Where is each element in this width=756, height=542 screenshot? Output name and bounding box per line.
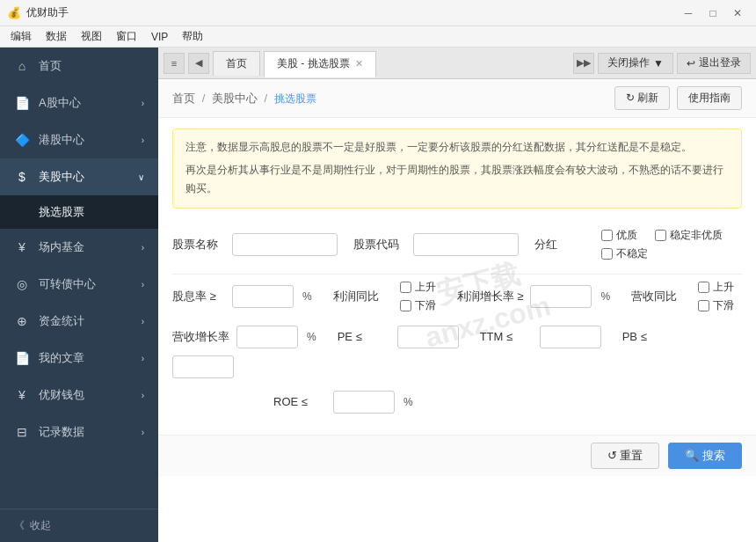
tab-next-button[interactable]: ▶▶	[573, 53, 594, 74]
guide-button[interactable]: 使用指南	[677, 86, 742, 110]
sidebar-item-hk-stock[interactable]: 🔷 港股中心 ›	[0, 121, 158, 158]
quality-label: 优质	[616, 228, 637, 243]
pe-label: PE ≤	[338, 330, 390, 343]
sidebar-collapse-button[interactable]: 《 收起	[0, 509, 158, 542]
us-stock-arrow-icon: ∨	[138, 172, 144, 182]
ttm-label: TTM ≤	[480, 330, 533, 343]
fund-icon: ¥	[14, 240, 30, 254]
revenue-ratio-up-checkbox[interactable]	[698, 282, 709, 293]
dividend-label: 分红	[534, 237, 587, 253]
hk-stock-icon: 🔷	[14, 133, 30, 147]
maximize-button[interactable]: □	[701, 4, 724, 22]
breadcrumb-actions: ↻ 刷新 使用指南	[614, 86, 742, 110]
revenue-ratio-down-row: 下滑	[698, 298, 734, 313]
menu-bar: 编辑 数据 视图 窗口 VIP 帮助	[0, 26, 756, 48]
tab-logout-button[interactable]: ↩ 退出登录	[677, 53, 751, 74]
collapse-icon: 《	[14, 518, 25, 533]
tab-close-icon[interactable]: ✕	[355, 58, 363, 70]
profit-ratio-down-checkbox[interactable]	[400, 300, 411, 311]
sidebar-collapse-label: 收起	[30, 518, 51, 533]
home-icon: ⌂	[14, 59, 30, 73]
a-stock-arrow-icon: ›	[142, 99, 144, 108]
tab-close-action-button[interactable]: 关闭操作 ▼	[598, 53, 673, 74]
content-area: 安下载anxz.com 首页 / 美股中心 / 挑选股票 ↻ 刷新 使用指南	[158, 79, 756, 542]
tab-active-stock-pick[interactable]: 美股 - 挑选股票 ✕	[264, 51, 376, 77]
sidebar-item-us-stock[interactable]: $ 美股中心 ∨	[0, 158, 158, 195]
sidebar-subitem-stock-pick[interactable]: 挑选股票	[0, 195, 158, 229]
tab-logout-icon: ↩	[687, 57, 695, 70]
sidebar-item-bond[interactable]: ◎ 可转债中心 ›	[0, 266, 158, 303]
pb-input[interactable]	[172, 355, 234, 378]
quality-checkbox[interactable]	[601, 230, 613, 241]
sidebar-item-finance[interactable]: ⊕ 资金统计 ›	[0, 303, 158, 340]
quality-check-row: 优质 稳定非优质	[601, 228, 723, 243]
breadcrumb-sep1: /	[202, 92, 206, 105]
breadcrumb-home-link[interactable]: 首页	[172, 92, 195, 105]
roe-input[interactable]	[333, 391, 395, 414]
sidebar-item-fund[interactable]: ¥ 场内基金 ›	[0, 229, 158, 266]
filter-section: 股票名称 股票代码 分红 优质 稳定非优质	[158, 219, 756, 435]
stock-code-label: 股票代码	[353, 237, 406, 253]
tab-menu-button[interactable]: ≡	[164, 53, 185, 74]
stock-name-label: 股票名称	[172, 237, 225, 253]
sidebar-item-bond-label: 可转债中心	[39, 276, 96, 292]
stock-code-input[interactable]	[413, 233, 519, 256]
revenue-ratio-down-checkbox[interactable]	[698, 300, 709, 311]
fund-arrow-icon: ›	[142, 243, 144, 253]
window-controls: ─ □ ✕	[677, 4, 749, 22]
stock-name-input[interactable]	[232, 233, 338, 256]
profit-ratio-down-label: 下滑	[415, 298, 436, 313]
sidebar-item-finance-label: 资金统计	[39, 313, 84, 329]
reset-button[interactable]: ↺ 重置	[591, 443, 660, 469]
sidebar-item-wallet[interactable]: ¥ 优财钱包 ›	[0, 377, 158, 414]
tab-bar: ≡ ◀ 首页 美股 - 挑选股票 ✕ ▶▶ 关闭操作 ▼ ↩ 退出登录	[158, 48, 756, 79]
dividend-rate-input[interactable]	[232, 285, 294, 308]
pb-label: PB ≤	[622, 330, 675, 343]
menu-help[interactable]: 帮助	[175, 26, 210, 48]
sidebar-item-articles-label: 我的文章	[39, 350, 84, 366]
sidebar-item-hk-stock-label: 港股中心	[39, 132, 84, 148]
sidebar-item-a-stock[interactable]: 📄 A股中心 ›	[0, 84, 158, 121]
profit-ratio-up-checkbox[interactable]	[400, 282, 411, 293]
wallet-icon: ¥	[14, 388, 30, 402]
title-bar: 💰 优财助手 ─ □ ✕	[0, 0, 756, 26]
us-stock-icon: $	[14, 170, 30, 184]
menu-data[interactable]: 数据	[39, 26, 74, 48]
breadcrumb: 首页 / 美股中心 / 挑选股票	[172, 91, 316, 106]
quality-stable-checkbox[interactable]	[655, 230, 666, 241]
sidebar-item-records[interactable]: ⊟ 记录数据 ›	[0, 414, 158, 450]
refresh-button[interactable]: ↻ 刷新	[614, 86, 670, 110]
bottom-bar: ↺ 重置 🔍 搜索	[158, 435, 756, 476]
minimize-button[interactable]: ─	[677, 4, 700, 22]
filter-row-3: 营收增长率 % PE ≤ TTM ≤ PB ≤	[172, 326, 742, 378]
filter-row-2: 股息率 ≥ % 利润同比 上升 下滑 利润增长率	[172, 280, 742, 313]
sidebar-item-home[interactable]: ⌂ 首页	[0, 48, 158, 84]
sidebar-item-articles[interactable]: 📄 我的文章 ›	[0, 340, 158, 377]
menu-edit[interactable]: 编辑	[4, 26, 39, 48]
close-button[interactable]: ✕	[726, 4, 749, 22]
tab-home[interactable]: 首页	[213, 51, 260, 76]
menu-view[interactable]: 视图	[74, 26, 109, 48]
search-button[interactable]: 🔍 搜索	[668, 443, 742, 469]
menu-window[interactable]: 窗口	[109, 26, 144, 48]
articles-icon: 📄	[14, 351, 30, 365]
app-title: 优财助手	[26, 5, 677, 20]
bond-arrow-icon: ›	[142, 280, 144, 289]
ttm-input[interactable]	[540, 326, 601, 348]
profit-growth-input[interactable]	[530, 285, 592, 308]
sidebar-item-records-label: 记录数据	[39, 424, 84, 440]
sidebar-item-fund-label: 场内基金	[39, 239, 84, 255]
menu-vip[interactable]: VIP	[144, 26, 175, 48]
revenue-growth-input[interactable]	[236, 326, 298, 348]
notice-line2: 再次是分析其从事行业是不是周期性行业，对于周期性的股票，其股票涨跌幅度会有较大波…	[185, 161, 729, 199]
main-content: ≡ ◀ 首页 美股 - 挑选股票 ✕ ▶▶ 关闭操作 ▼ ↩ 退出登录	[158, 48, 756, 542]
app-container: ⌂ 首页 📄 A股中心 › 🔷 港股中心 › $ 美股中心 ∨ 挑选股票 ¥ 场…	[0, 48, 756, 542]
notice-box: 注意，数据显示高股息的股票不一定是好股票，一定要分析该股票的分红送配数据，其分红…	[172, 128, 742, 209]
revenue-growth-unit: %	[307, 331, 316, 343]
pe-input[interactable]	[397, 326, 459, 348]
reset-icon: ↺	[607, 449, 621, 462]
tab-prev-button[interactable]: ◀	[188, 53, 209, 74]
revenue-ratio-down-label: 下滑	[713, 298, 734, 313]
unstable-checkbox[interactable]	[601, 248, 613, 260]
breadcrumb-middle-link[interactable]: 美股中心	[212, 92, 258, 105]
